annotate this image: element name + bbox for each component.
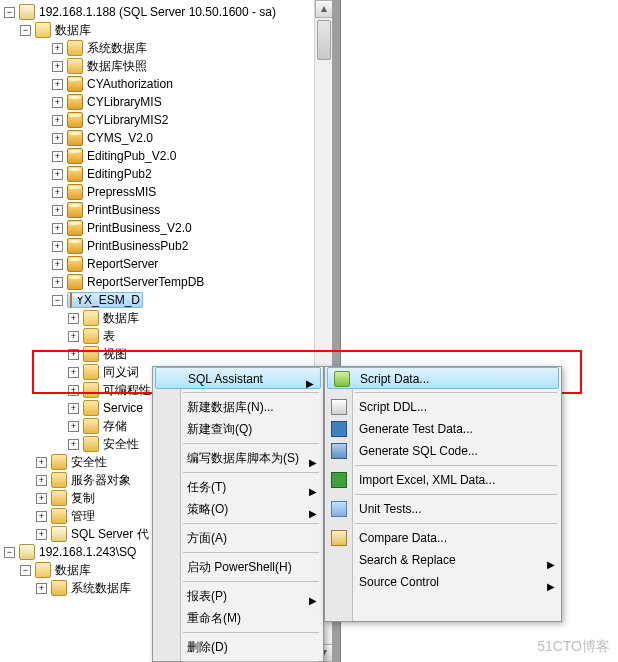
expander-icon[interactable]: − [52,295,63,306]
submenu-item[interactable]: Script DDL... [325,396,561,418]
tree-item[interactable]: +CYLibraryMIS2 [0,112,331,128]
expander-icon[interactable]: − [20,565,31,576]
folder-open-icon [83,310,99,326]
expander-icon[interactable]: + [52,43,63,54]
menu-icon [331,443,347,459]
expander-icon[interactable]: + [36,529,47,540]
scroll-up-button[interactable]: ▴ [315,0,333,18]
expander-icon[interactable]: − [4,7,15,18]
submenu-sql-assistant[interactable]: Script Data... Script DDL...Generate Tes… [324,366,562,622]
expander-icon[interactable]: + [52,277,63,288]
expander-icon[interactable]: + [68,421,79,432]
tree-item[interactable]: −数据库 [0,22,331,38]
menu-item-label: Search & Replace [359,553,456,567]
expander-icon[interactable]: + [52,187,63,198]
menu-sql-assistant[interactable]: SQL Assistant ▶ [155,367,321,389]
menu-separator [183,392,319,393]
tree-item[interactable]: +CYAuthorization [0,76,331,92]
submenu-item[interactable]: Generate SQL Code... [325,440,561,462]
expander-icon[interactable]: + [52,223,63,234]
expander-icon[interactable]: + [52,169,63,180]
submenu-item[interactable]: Search & Replace▶ [325,549,561,571]
tree-item-selected[interactable]: YX_ESM_D [67,292,143,308]
menu-item[interactable]: 任务(T)▶ [153,476,323,498]
scroll-thumb[interactable] [317,20,331,60]
tree-item[interactable]: −192.168.1.188 (SQL Server 10.50.1600 - … [0,4,331,20]
tree-item[interactable]: +PrintBusiness [0,202,331,218]
tree-item[interactable]: +PrintBusiness_V2.0 [0,220,331,236]
tree-item-label: 数据库 [103,310,139,327]
expander-icon[interactable]: − [4,547,15,558]
expander-icon[interactable]: + [52,151,63,162]
tree-item[interactable]: +数据库快照 [0,58,331,74]
menu-item-label: Source Control [359,575,439,589]
expander-icon[interactable]: + [52,133,63,144]
submenu-script-data[interactable]: Script Data... [327,367,559,389]
tree-item[interactable]: +视图 [0,346,331,362]
submenu-item[interactable]: Compare Data... [325,527,561,549]
menu-item[interactable]: 策略(O)▶ [153,498,323,520]
tree-item-label: PrepressMIS [87,185,156,199]
expander-icon[interactable]: + [52,205,63,216]
expander-icon[interactable]: + [68,331,79,342]
db-icon [67,256,83,272]
submenu-item[interactable]: Generate Test Data... [325,418,561,440]
menu-separator [355,494,557,495]
expander-icon[interactable]: + [52,79,63,90]
tree-item-label: 安全性 [103,436,139,453]
expander-icon[interactable]: + [68,349,79,360]
menu-item[interactable]: 报表(P)▶ [153,585,323,607]
menu-item[interactable]: 新建查询(Q) [153,418,323,440]
submenu-item[interactable]: Source Control▶ [325,571,561,593]
menu-item[interactable]: 重命名(M) [153,607,323,629]
expander-icon[interactable]: + [68,439,79,450]
expander-icon[interactable]: + [52,241,63,252]
menu-item[interactable]: 删除(D) [153,636,323,658]
tree-item[interactable]: +PrepressMIS [0,184,331,200]
submenu-item[interactable]: Unit Tests... [325,498,561,520]
tree-item-label: CYAuthorization [87,77,173,91]
expander-icon[interactable]: − [20,25,31,36]
tree-item[interactable]: +ReportServer [0,256,331,272]
context-menu[interactable]: SQL Assistant ▶ 新建数据库(N)...新建查询(Q)编写数据库脚… [152,366,324,662]
expander-icon[interactable]: + [52,61,63,72]
tree-item[interactable]: +表 [0,328,331,344]
tree-item[interactable]: +CYLibraryMIS [0,94,331,110]
expander-icon[interactable]: + [36,511,47,522]
server-icon [19,4,35,20]
expander-icon[interactable]: + [68,385,79,396]
menu-separator [355,465,557,466]
tree-item[interactable]: +EditingPub_V2.0 [0,148,331,164]
tree-item[interactable]: +数据库 [0,310,331,326]
tree-item-label: SQL Server 代 [71,526,149,543]
expander-icon[interactable]: + [36,583,47,594]
expander-icon[interactable]: + [68,403,79,414]
tree-item[interactable]: +ReportServerTempDB [0,274,331,290]
expander-icon[interactable]: + [52,259,63,270]
expander-icon[interactable]: + [36,475,47,486]
expander-icon[interactable]: + [52,97,63,108]
expander-icon[interactable]: + [36,493,47,504]
expander-icon[interactable]: + [36,457,47,468]
tree-item-label: EditingPub2 [87,167,152,181]
submenu-item[interactable]: Import Excel, XML Data... [325,469,561,491]
expander-icon[interactable]: + [68,367,79,378]
tree-item[interactable]: +系统数据库 [0,40,331,56]
menu-item[interactable]: 新建数据库(N)... [153,396,323,418]
tree-item[interactable]: +PrintBusinessPub2 [0,238,331,254]
expander-icon[interactable]: + [52,115,63,126]
tree-item-label: PrintBusinessPub2 [87,239,188,253]
tree-item[interactable]: +CYMS_V2.0 [0,130,331,146]
folder-icon [51,508,67,524]
tree-item[interactable]: +EditingPub2 [0,166,331,182]
menu-item[interactable]: 编写数据库脚本为(S)▶ [153,447,323,469]
tree-item[interactable]: −YX_ESM_D [0,292,331,308]
folder-icon [51,472,67,488]
menu-item-label: 新建查询(Q) [187,422,252,436]
tree-item-label: PrintBusiness [87,203,160,217]
menu-item[interactable]: 方面(A) [153,527,323,549]
menu-icon [331,501,347,517]
menu-item[interactable]: 启动 PowerShell(H) [153,556,323,578]
expander-icon[interactable]: + [68,313,79,324]
folder-icon [51,580,67,596]
